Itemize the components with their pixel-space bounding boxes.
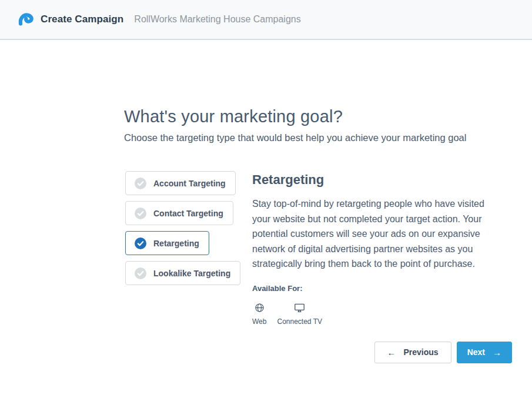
previous-button[interactable]: ← Previous — [374, 342, 451, 363]
platform-connected-tv: Connected TV — [277, 303, 322, 326]
option-account-targeting[interactable]: Account Targeting — [125, 171, 236, 195]
details-title: Retargeting — [252, 172, 512, 188]
option-label: Account Targeting — [153, 179, 226, 188]
option-label: Lookalike Targeting — [153, 269, 230, 278]
details-description: Stay top-of-mind by retargeting people w… — [252, 196, 493, 272]
check-circle-icon — [135, 208, 146, 219]
targeting-details-panel: Retargeting Stay top-of-mind by retarget… — [252, 171, 512, 326]
rollworks-logo-icon — [18, 11, 34, 28]
available-for-label: Available For: — [252, 284, 512, 293]
selection-row: Account Targeting Contact Targeting — [124, 171, 512, 326]
campaign-name-label: RollWorks Marketing House Campaigns — [134, 14, 300, 25]
previous-button-label: Previous — [404, 347, 439, 357]
platforms-row: Web Connected TV — [252, 303, 512, 326]
option-label: Contact Targeting — [153, 209, 223, 218]
platform-label: Connected TV — [277, 317, 322, 326]
marketing-goal-subheading: Choose the targeting type that would bes… — [124, 132, 512, 143]
arrow-left-icon: ← — [387, 347, 396, 357]
next-button-label: Next — [467, 347, 485, 357]
wizard-nav: ← Previous Next → — [124, 342, 512, 363]
create-campaign-page: Create Campaign RollWorks Marketing Hous… — [0, 0, 532, 398]
arrow-right-icon: → — [493, 347, 501, 357]
targeting-options-list: Account Targeting Contact Targeting — [125, 171, 231, 326]
next-button[interactable]: Next → — [457, 342, 512, 363]
check-circle-icon-selected — [135, 238, 146, 249]
main-content: What's your marketing goal? Choose the t… — [0, 40, 532, 363]
page-title: Create Campaign — [41, 14, 123, 25]
option-label: Retargeting — [153, 239, 199, 248]
globe-icon — [255, 303, 265, 313]
check-circle-icon — [135, 178, 146, 189]
platform-web: Web — [252, 303, 266, 326]
option-lookalike-targeting[interactable]: Lookalike Targeting — [125, 261, 240, 285]
platform-label: Web — [252, 317, 266, 326]
option-retargeting[interactable]: Retargeting — [125, 231, 209, 255]
connected-tv-icon — [294, 303, 305, 313]
header-bar: Create Campaign RollWorks Marketing Hous… — [0, 0, 532, 40]
marketing-goal-heading: What's your marketing goal? — [124, 107, 512, 126]
option-contact-targeting[interactable]: Contact Targeting — [125, 201, 233, 225]
check-circle-icon — [135, 267, 146, 279]
